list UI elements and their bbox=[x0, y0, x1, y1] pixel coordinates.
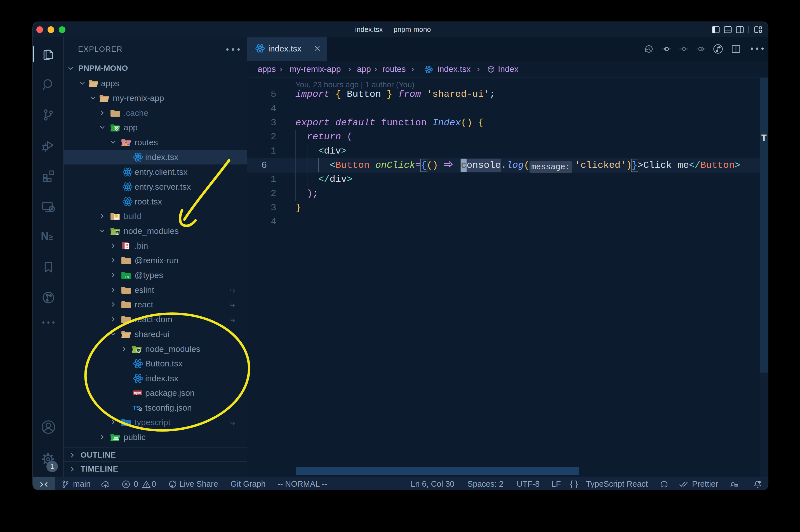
svg-text:TS: TS bbox=[125, 275, 129, 279]
svg-text:JS: JS bbox=[116, 231, 119, 234]
svg-text:JS: JS bbox=[137, 349, 140, 352]
svg-text:npm: npm bbox=[134, 391, 141, 395]
svg-text:10: 10 bbox=[126, 246, 128, 249]
svg-text:01: 01 bbox=[126, 244, 128, 246]
svg-text:TS: TS bbox=[123, 422, 128, 426]
